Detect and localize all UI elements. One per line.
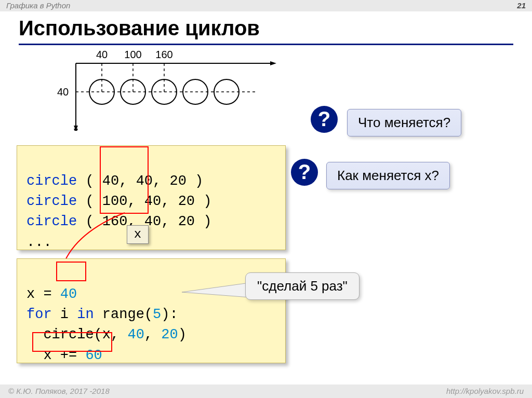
- kw-circle: circle: [26, 194, 77, 209]
- code-block-2: x = 40 for i in range(5): circle(x, 40, …: [17, 258, 286, 363]
- footer-link: http://kpolyakov.spb.ru: [446, 385, 524, 398]
- page-number: 21: [517, 0, 526, 11]
- title-underline: [19, 44, 513, 45]
- callout-how-x-changes: Как меняется x?: [326, 162, 450, 189]
- callout-what-changes: Что меняется?: [347, 109, 461, 136]
- svg-marker-4: [270, 61, 276, 65]
- x-label-box: x: [127, 225, 149, 244]
- svg-marker-2: [74, 129, 78, 131]
- copyright: © К.Ю. Поляков, 2017 -2018: [8, 385, 110, 398]
- code-block-1: circle ( 40, 40, 20 ) circle ( 100, 40, …: [17, 145, 286, 250]
- ellipsis: ...: [26, 235, 52, 250]
- footer: © К.Ю. Поляков, 2017 -2018 http://kpolya…: [0, 385, 532, 398]
- axis-diagram: 40 100 160 40: [50, 48, 278, 131]
- top-bar: Графика в Python 21: [0, 0, 532, 11]
- kw-circle: circle: [26, 173, 77, 189]
- ytick-40: 40: [57, 86, 69, 98]
- topic-label: Графика в Python: [6, 0, 70, 11]
- xtick-40: 40: [96, 49, 108, 60]
- question-badge-1: ?: [311, 106, 338, 133]
- xtick-160: 160: [155, 49, 172, 60]
- xtick-100: 100: [124, 49, 141, 60]
- slide-title: Использование циклов: [19, 17, 260, 40]
- callout-do-5-times: "сделай 5 раз": [245, 272, 360, 300]
- question-badge-2: ?: [291, 159, 318, 186]
- slide: Графика в Python 21 Использование циклов…: [0, 0, 532, 398]
- kw-circle: circle: [26, 214, 77, 229]
